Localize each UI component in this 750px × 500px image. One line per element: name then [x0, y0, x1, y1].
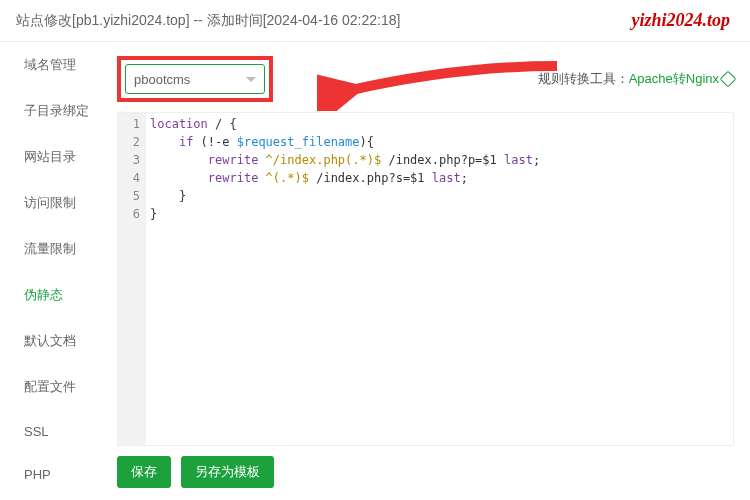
sidebar-item-2[interactable]: 网站目录 [0, 134, 105, 180]
chevron-down-icon [246, 77, 256, 82]
topbar: pbootcms 规则转换工具：Apache转Nginx [117, 56, 734, 102]
line-gutter: 123456 [118, 113, 146, 445]
code-line: rewrite ^/index.php(.*)$ /index.php?p=$1… [150, 151, 540, 169]
footer: 保存 另存为模板 [117, 446, 734, 488]
tool-label: 规则转换工具： [538, 71, 629, 86]
sidebar-item-3[interactable]: 访问限制 [0, 180, 105, 226]
code-line: rewrite ^(.*)$ /index.php?s=$1 last; [150, 169, 540, 187]
main: pbootcms 规则转换工具：Apache转Nginx 123456 loca… [105, 42, 750, 500]
sidebar-item-8[interactable]: SSL [0, 410, 105, 453]
sidebar-item-9[interactable]: PHP [0, 453, 105, 496]
page-title: 站点修改[pb1.yizhi2024.top] -- 添加时间[2024-04-… [16, 12, 400, 30]
select-value: pbootcms [134, 72, 190, 87]
code-editor[interactable]: 123456 location / { if (!-e $request_fil… [117, 112, 734, 446]
header: 站点修改[pb1.yizhi2024.top] -- 添加时间[2024-04-… [0, 0, 750, 42]
code-line: if (!-e $request_filename){ [150, 133, 540, 151]
save-button[interactable]: 保存 [117, 456, 171, 488]
sidebar: 域名管理子目录绑定网站目录访问限制流量限制伪静态默认文档配置文件SSLPHP重定… [0, 42, 105, 500]
sidebar-item-10[interactable]: 重定向 [0, 496, 105, 500]
arrow-annotation [317, 51, 567, 111]
code-line: location / { [150, 115, 540, 133]
sidebar-item-6[interactable]: 默认文档 [0, 318, 105, 364]
code-line: } [150, 205, 540, 223]
layout: 域名管理子目录绑定网站目录访问限制流量限制伪静态默认文档配置文件SSLPHP重定… [0, 42, 750, 500]
template-select[interactable]: pbootcms [125, 64, 265, 94]
sidebar-item-7[interactable]: 配置文件 [0, 364, 105, 410]
save-as-template-button[interactable]: 另存为模板 [181, 456, 274, 488]
sidebar-item-1[interactable]: 子目录绑定 [0, 88, 105, 134]
sidebar-item-4[interactable]: 流量限制 [0, 226, 105, 272]
code-line: } [150, 187, 540, 205]
brand-watermark: yizhi2024.top [631, 10, 730, 31]
apache-to-nginx-link[interactable]: Apache转Nginx [629, 70, 734, 88]
sidebar-item-5[interactable]: 伪静态 [0, 272, 105, 318]
tool-link-block: 规则转换工具：Apache转Nginx [538, 70, 734, 88]
select-highlight-frame: pbootcms [117, 56, 273, 102]
code-body[interactable]: location / { if (!-e $request_filename){… [146, 113, 544, 445]
external-link-icon [720, 71, 737, 88]
sidebar-item-0[interactable]: 域名管理 [0, 42, 105, 88]
